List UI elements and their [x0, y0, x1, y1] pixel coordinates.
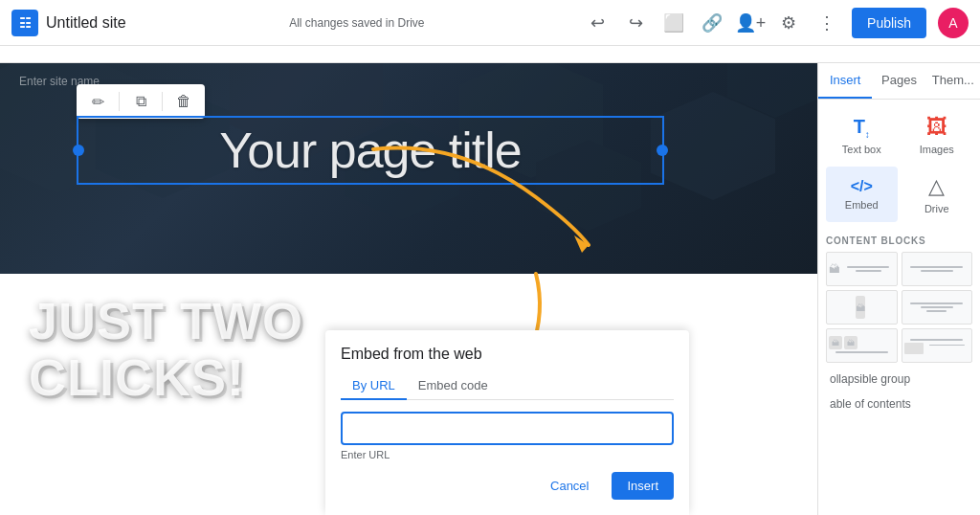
publish-button[interactable]: Publish	[852, 8, 926, 38]
logo-icon: ☷	[19, 15, 32, 31]
right-panel: Insert Pages Them... T↕ Text box 🖼 Image…	[817, 63, 980, 515]
settings-button[interactable]: ⚙	[771, 6, 806, 40]
images-icon: 🖼	[926, 115, 947, 140]
app-logo: ☷	[11, 10, 38, 36]
block-item-1[interactable]: 🏔	[826, 252, 898, 286]
big-text-line2: CLICKS!	[29, 349, 303, 406]
redo-button[interactable]: ↪	[618, 6, 653, 40]
drive-label: Drive	[924, 203, 949, 214]
page-title: Your page title	[219, 122, 522, 179]
big-text-line1: JUST TWO	[29, 293, 303, 349]
block-item-2[interactable]	[902, 252, 973, 286]
tab-insert[interactable]: Insert	[818, 63, 872, 99]
ruler	[0, 46, 980, 63]
block-item-3[interactable]: 🏔	[826, 290, 898, 325]
ruler-marks	[191, 46, 980, 62]
textbox-toolbar: ✏ ⧉ 🗑	[77, 84, 205, 119]
insert-grid: T↕ Text box 🖼 Images </> Embed △ Drive	[818, 100, 980, 230]
embed-tabs: By URL Embed code	[341, 372, 674, 400]
images-label: Images	[920, 144, 954, 155]
link-button[interactable]: 🔗	[695, 6, 729, 40]
insert-drive[interactable]: △ Drive	[902, 167, 973, 222]
cancel-button[interactable]: Cancel	[535, 472, 604, 500]
block-item-6[interactable]	[902, 328, 973, 363]
insert-button[interactable]: Insert	[612, 472, 674, 500]
resize-handle-left[interactable]	[73, 145, 84, 156]
toolbar-divider	[119, 92, 120, 111]
title-textbox[interactable]: Your page title	[77, 116, 664, 185]
embed-actions: Cancel Insert	[341, 472, 674, 500]
site-header: Enter site name ✏ ⧉ 🗑 Your page title	[0, 63, 817, 274]
tab-theme[interactable]: Them...	[926, 63, 980, 99]
preview-button[interactable]: ⬜	[657, 6, 691, 40]
copy-icon[interactable]: ⧉	[127, 88, 154, 115]
site-title: Untitled site	[46, 14, 126, 32]
url-hint: Enter URL	[341, 449, 674, 460]
delete-icon[interactable]: 🗑	[170, 88, 197, 115]
tab-by-url[interactable]: By URL	[341, 372, 407, 400]
content-blocks-label: CONTENT BLOCKS	[818, 230, 980, 248]
embed-icon: </>	[851, 178, 873, 195]
content-blocks-grid: 🏔 🏔	[818, 248, 980, 367]
insert-textbox[interactable]: T↕ Text box	[826, 107, 898, 163]
url-input[interactable]	[341, 412, 674, 445]
tab-embed-code[interactable]: Embed code	[407, 372, 500, 400]
autosave-status: All changes saved in Drive	[289, 16, 424, 30]
big-overlay-text: JUST TWO CLICKS!	[29, 293, 303, 407]
list-item-collapsible[interactable]: ollapsible group	[818, 367, 980, 392]
add-user-button[interactable]: 👤+	[733, 6, 768, 40]
undo-button[interactable]: ↩	[580, 6, 614, 40]
avatar: A	[938, 8, 969, 38]
edit-icon[interactable]: ✏	[84, 88, 111, 115]
more-button[interactable]: ⋮	[810, 6, 844, 40]
drive-icon: △	[928, 174, 945, 199]
textbox-label: Text box	[842, 144, 881, 155]
insert-images[interactable]: 🖼 Images	[902, 107, 973, 163]
list-item-toc[interactable]: able of contents	[818, 392, 980, 416]
main-layout: Enter site name ✏ ⧉ 🗑 Your page title JU…	[0, 63, 980, 515]
insert-embed[interactable]: </> Embed	[826, 167, 898, 222]
block-item-5[interactable]: 🏔 🏔	[826, 328, 898, 363]
block-item-4[interactable]	[902, 290, 973, 325]
textbox-icon: T↕	[854, 116, 870, 140]
embed-dialog-title: Embed from the web	[341, 346, 674, 363]
embed-dialog: Embed from the web By URL Embed code Ent…	[325, 330, 689, 515]
tab-pages[interactable]: Pages	[872, 63, 925, 99]
topbar-actions: ↩ ↪ ⬜ 🔗 👤+ ⚙ ⋮ Publish A	[580, 6, 969, 40]
resize-handle-right[interactable]	[657, 145, 668, 156]
canvas-area: Enter site name ✏ ⧉ 🗑 Your page title JU…	[0, 63, 817, 515]
embed-label: Embed	[845, 199, 879, 211]
panel-tabs: Insert Pages Them...	[818, 63, 980, 100]
toolbar-divider-2	[162, 92, 163, 111]
topbar: ☷ Untitled site All changes saved in Dri…	[0, 0, 980, 46]
